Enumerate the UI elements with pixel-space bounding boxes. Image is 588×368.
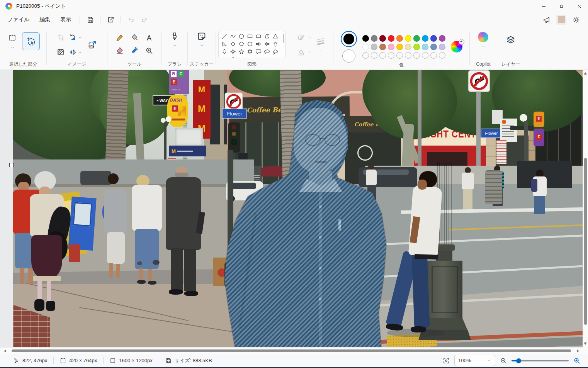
shapes-grid[interactable]	[218, 31, 286, 58]
palette-empty-slot-2[interactable]	[371, 52, 377, 59]
shape-curve-button[interactable]	[229, 32, 237, 40]
zoom-slider-thumb[interactable]	[516, 358, 521, 363]
menu-file[interactable]: ファイル	[2, 14, 34, 25]
scroll-up-arrow-icon[interactable]	[584, 72, 587, 75]
shape-heart-button[interactable]	[220, 56, 229, 58]
palette-color-#ffc90e[interactable]	[396, 44, 403, 50]
palette-color-#3f48cc[interactable]	[430, 35, 437, 42]
scroll-left-arrow-icon[interactable]	[4, 349, 6, 353]
save-button[interactable]	[83, 14, 97, 25]
shape-outline-button[interactable]	[296, 31, 307, 44]
sticker-icon[interactable]	[197, 32, 206, 41]
account-button[interactable]	[556, 15, 566, 25]
feedback-button[interactable]	[540, 14, 553, 25]
zoom-slider[interactable]	[512, 358, 569, 363]
shape-arrow-up-button[interactable]	[271, 40, 280, 48]
palette-empty-slot-10[interactable]	[439, 52, 445, 59]
palette-empty-slot-9[interactable]	[430, 52, 437, 59]
palette-empty-slot-3[interactable]	[379, 52, 386, 59]
text-tool-button[interactable]	[142, 31, 156, 44]
palette-color-#22b14c[interactable]	[413, 35, 420, 42]
selection-handle[interactable]	[9, 163, 14, 167]
palette-color-#00a2e8[interactable]	[422, 35, 428, 42]
shape-star-6-button[interactable]	[246, 48, 254, 56]
shape-arrow-down-button[interactable]	[220, 48, 229, 56]
palette-color-#880015[interactable]	[379, 35, 386, 42]
palette-color-#ff7f27[interactable]	[396, 35, 403, 42]
shape-polygon-button[interactable]	[263, 32, 271, 40]
palette-color-#efe4b0[interactable]	[405, 44, 411, 50]
copilot-icon[interactable]	[478, 32, 488, 42]
fill-tool-button[interactable]	[127, 31, 141, 44]
shape-star-5-button[interactable]	[237, 48, 246, 56]
flip-button[interactable]	[67, 46, 78, 59]
shape-bubble-round-button[interactable]	[254, 48, 263, 56]
eraser-tool-button[interactable]	[113, 44, 127, 57]
stroke-width-icon[interactable]	[316, 37, 326, 46]
shape-right-triangle-button[interactable]	[220, 40, 229, 48]
shape-round-rect-button[interactable]	[254, 32, 263, 40]
shape-triangle-button[interactable]	[271, 32, 280, 40]
brush-icon[interactable]	[170, 32, 179, 41]
rectangle-select-button[interactable]	[7, 33, 18, 43]
primary-color-swatch-selected[interactable]	[341, 31, 357, 47]
settings-button[interactable]	[569, 14, 583, 25]
chevron-down-icon[interactable]	[78, 36, 82, 40]
chevron-down-icon[interactable]	[481, 44, 486, 49]
layers-button[interactable]	[504, 33, 518, 46]
resize-image-button[interactable]	[85, 38, 99, 51]
palette-color-#c8bfe7[interactable]	[439, 44, 445, 50]
shape-rect-button[interactable]	[246, 32, 254, 40]
chevron-down-icon[interactable]	[10, 46, 15, 50]
shape-ellipse-button[interactable]	[237, 32, 246, 40]
menu-view[interactable]: 表示	[55, 14, 76, 25]
chevron-down-icon[interactable]	[318, 48, 323, 53]
shape-lightning-button[interactable]	[229, 56, 237, 58]
vertical-scroll-thumb[interactable]	[584, 158, 587, 325]
palette-color-#7f7f7f[interactable]	[371, 35, 377, 42]
secondary-color-swatch[interactable]	[342, 49, 355, 63]
zoom-in-icon[interactable]	[573, 357, 580, 364]
palette-empty-slot-1[interactable]	[362, 52, 369, 59]
close-button[interactable]	[570, 0, 588, 12]
selected-subject[interactable]	[223, 97, 402, 347]
palette-color-#b5e61d[interactable]	[413, 44, 420, 50]
vertical-scrollbar[interactable]	[583, 70, 588, 347]
shape-bubble-oval-button[interactable]	[263, 48, 271, 56]
shape-pentagon-button[interactable]	[237, 40, 246, 48]
horizontal-scrollbar[interactable]	[0, 347, 583, 354]
undo-button[interactable]	[124, 14, 138, 25]
palette-color-#000000[interactable]	[362, 35, 369, 42]
palette-empty-slot-7[interactable]	[413, 52, 420, 59]
scroll-right-arrow-icon[interactable]	[577, 349, 579, 353]
redo-button[interactable]	[138, 14, 151, 25]
palette-color-#ed1c24[interactable]	[388, 35, 394, 42]
minimize-button[interactable]	[535, 0, 552, 12]
chevron-down-icon[interactable]	[308, 50, 312, 54]
horizontal-scroll-thumb[interactable]	[12, 349, 571, 352]
zoom-level-dropdown[interactable]: 100%	[454, 355, 495, 366]
share-button[interactable]	[104, 14, 117, 25]
palette-empty-slot-8[interactable]	[422, 52, 428, 59]
palette-color-#b97a57[interactable]	[379, 44, 386, 50]
shape-arrow-right-button[interactable]	[254, 40, 263, 48]
menu-edit[interactable]: 編集	[34, 14, 55, 25]
smart-select-button-active[interactable]	[22, 32, 40, 50]
palette-color-#ffffff[interactable]	[362, 44, 369, 50]
zoom-out-icon[interactable]	[500, 357, 507, 364]
shape-diamond-button[interactable]	[229, 40, 237, 48]
crop-button[interactable]	[55, 31, 66, 44]
scroll-down-arrow-icon[interactable]	[584, 343, 587, 345]
fit-to-screen-icon[interactable]	[443, 357, 450, 364]
magnifier-tool-button[interactable]	[142, 44, 156, 57]
remove-background-button[interactable]	[55, 46, 66, 59]
chevron-down-icon[interactable]	[78, 50, 82, 54]
color-picker-button[interactable]	[127, 44, 141, 57]
rotate-button[interactable]	[67, 31, 78, 44]
photo-canvas[interactable]: Coffee Bean & Tea Leaf Coffee Bean FLIGH…	[13, 70, 583, 347]
palette-empty-slot-6[interactable]	[405, 52, 411, 59]
maximize-button[interactable]	[552, 0, 570, 12]
chevron-down-icon[interactable]	[200, 43, 204, 47]
pencil-tool-button[interactable]	[113, 31, 127, 44]
chevron-down-icon[interactable]	[308, 36, 312, 40]
